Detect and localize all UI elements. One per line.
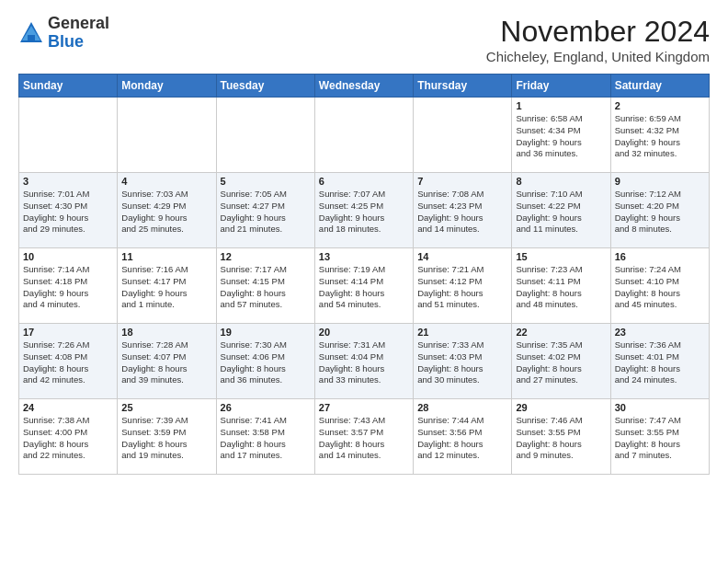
table-row: 27Sunrise: 7:43 AM Sunset: 3:57 PM Dayli… bbox=[314, 399, 413, 475]
day-info: Sunrise: 7:03 AM Sunset: 4:29 PM Dayligh… bbox=[121, 189, 211, 236]
day-number: 13 bbox=[319, 251, 409, 262]
calendar-header: Sunday Monday Tuesday Wednesday Thursday… bbox=[19, 75, 710, 98]
day-info: Sunrise: 7:36 AM Sunset: 4:01 PM Dayligh… bbox=[615, 339, 705, 386]
table-row: 24Sunrise: 7:38 AM Sunset: 4:00 PM Dayli… bbox=[19, 399, 118, 475]
table-row: 11Sunrise: 7:16 AM Sunset: 4:17 PM Dayli… bbox=[118, 248, 216, 324]
logo-blue: Blue bbox=[48, 32, 84, 51]
logo-icon bbox=[18, 20, 44, 46]
col-wednesday: Wednesday bbox=[314, 75, 413, 98]
calendar-week-1: 1Sunrise: 6:58 AM Sunset: 4:34 PM Daylig… bbox=[19, 98, 710, 173]
table-row bbox=[19, 98, 118, 173]
table-row: 19Sunrise: 7:30 AM Sunset: 4:06 PM Dayli… bbox=[216, 324, 314, 399]
day-number: 21 bbox=[417, 327, 507, 338]
calendar-week-2: 3Sunrise: 7:01 AM Sunset: 4:30 PM Daylig… bbox=[19, 173, 710, 248]
day-number: 4 bbox=[121, 176, 211, 187]
svg-rect-2 bbox=[28, 35, 35, 40]
day-number: 7 bbox=[417, 176, 507, 187]
table-row: 22Sunrise: 7:35 AM Sunset: 4:02 PM Dayli… bbox=[512, 324, 610, 399]
day-info: Sunrise: 6:58 AM Sunset: 4:34 PM Dayligh… bbox=[516, 113, 606, 160]
day-info: Sunrise: 6:59 AM Sunset: 4:32 PM Dayligh… bbox=[615, 113, 705, 160]
day-info: Sunrise: 7:26 AM Sunset: 4:08 PM Dayligh… bbox=[23, 339, 113, 386]
day-number: 18 bbox=[121, 327, 211, 338]
table-row: 14Sunrise: 7:21 AM Sunset: 4:12 PM Dayli… bbox=[414, 248, 512, 324]
table-row: 26Sunrise: 7:41 AM Sunset: 3:58 PM Dayli… bbox=[216, 399, 314, 475]
day-info: Sunrise: 7:43 AM Sunset: 3:57 PM Dayligh… bbox=[319, 415, 409, 462]
table-row: 9Sunrise: 7:12 AM Sunset: 4:20 PM Daylig… bbox=[610, 173, 709, 248]
day-number: 15 bbox=[516, 251, 606, 262]
day-number: 30 bbox=[615, 402, 705, 413]
table-row: 13Sunrise: 7:19 AM Sunset: 4:14 PM Dayli… bbox=[314, 248, 413, 324]
day-number: 16 bbox=[615, 251, 705, 262]
table-row: 16Sunrise: 7:24 AM Sunset: 4:10 PM Dayli… bbox=[610, 248, 709, 324]
day-info: Sunrise: 7:44 AM Sunset: 3:56 PM Dayligh… bbox=[417, 415, 507, 462]
day-info: Sunrise: 7:01 AM Sunset: 4:30 PM Dayligh… bbox=[23, 189, 113, 236]
logo: General Blue bbox=[18, 15, 109, 52]
day-number: 26 bbox=[221, 402, 311, 413]
calendar-table: Sunday Monday Tuesday Wednesday Thursday… bbox=[18, 74, 710, 475]
table-row bbox=[414, 98, 512, 173]
day-number: 23 bbox=[615, 327, 705, 338]
table-row: 12Sunrise: 7:17 AM Sunset: 4:15 PM Dayli… bbox=[216, 248, 314, 324]
table-row: 29Sunrise: 7:46 AM Sunset: 3:55 PM Dayli… bbox=[512, 399, 610, 475]
calendar-week-3: 10Sunrise: 7:14 AM Sunset: 4:18 PM Dayli… bbox=[19, 248, 710, 324]
table-row: 23Sunrise: 7:36 AM Sunset: 4:01 PM Dayli… bbox=[610, 324, 709, 399]
col-sunday: Sunday bbox=[19, 75, 118, 98]
day-info: Sunrise: 7:24 AM Sunset: 4:10 PM Dayligh… bbox=[615, 264, 705, 311]
day-number: 9 bbox=[615, 176, 705, 187]
table-row: 6Sunrise: 7:07 AM Sunset: 4:25 PM Daylig… bbox=[314, 173, 413, 248]
day-number: 3 bbox=[23, 176, 113, 187]
day-number: 8 bbox=[516, 176, 606, 187]
day-info: Sunrise: 7:10 AM Sunset: 4:22 PM Dayligh… bbox=[516, 189, 606, 236]
calendar-page: General Blue November 2024 Chicheley, En… bbox=[0, 0, 728, 563]
table-row: 20Sunrise: 7:31 AM Sunset: 4:04 PM Dayli… bbox=[314, 324, 413, 399]
day-number: 10 bbox=[23, 251, 113, 262]
col-monday: Monday bbox=[118, 75, 216, 98]
day-info: Sunrise: 7:33 AM Sunset: 4:03 PM Dayligh… bbox=[417, 339, 507, 386]
title-section: November 2024 Chicheley, England, United… bbox=[486, 15, 710, 64]
table-row: 30Sunrise: 7:47 AM Sunset: 3:55 PM Dayli… bbox=[610, 399, 709, 475]
table-row: 3Sunrise: 7:01 AM Sunset: 4:30 PM Daylig… bbox=[19, 173, 118, 248]
day-info: Sunrise: 7:46 AM Sunset: 3:55 PM Dayligh… bbox=[516, 415, 606, 462]
col-saturday: Saturday bbox=[610, 75, 709, 98]
calendar-week-5: 24Sunrise: 7:38 AM Sunset: 4:00 PM Dayli… bbox=[19, 399, 710, 475]
col-tuesday: Tuesday bbox=[216, 75, 314, 98]
day-number: 12 bbox=[221, 251, 311, 262]
day-number: 24 bbox=[23, 402, 113, 413]
month-title: November 2024 bbox=[486, 15, 710, 49]
table-row: 18Sunrise: 7:28 AM Sunset: 4:07 PM Dayli… bbox=[118, 324, 216, 399]
table-row: 2Sunrise: 6:59 AM Sunset: 4:32 PM Daylig… bbox=[610, 98, 709, 173]
col-thursday: Thursday bbox=[414, 75, 512, 98]
day-info: Sunrise: 7:41 AM Sunset: 3:58 PM Dayligh… bbox=[221, 415, 311, 462]
day-number: 25 bbox=[121, 402, 211, 413]
table-row: 25Sunrise: 7:39 AM Sunset: 3:59 PM Dayli… bbox=[118, 399, 216, 475]
logo-general: General bbox=[48, 14, 109, 32]
col-friday: Friday bbox=[512, 75, 610, 98]
day-number: 5 bbox=[221, 176, 311, 187]
day-info: Sunrise: 7:23 AM Sunset: 4:11 PM Dayligh… bbox=[516, 264, 606, 311]
day-number: 1 bbox=[516, 100, 606, 111]
day-number: 6 bbox=[319, 176, 409, 187]
calendar-week-4: 17Sunrise: 7:26 AM Sunset: 4:08 PM Dayli… bbox=[19, 324, 710, 399]
day-info: Sunrise: 7:16 AM Sunset: 4:17 PM Dayligh… bbox=[121, 264, 211, 311]
header: General Blue November 2024 Chicheley, En… bbox=[18, 15, 710, 64]
calendar-body: 1Sunrise: 6:58 AM Sunset: 4:34 PM Daylig… bbox=[19, 98, 710, 475]
day-number: 29 bbox=[516, 402, 606, 413]
day-info: Sunrise: 7:07 AM Sunset: 4:25 PM Dayligh… bbox=[319, 189, 409, 236]
day-info: Sunrise: 7:12 AM Sunset: 4:20 PM Dayligh… bbox=[615, 189, 705, 236]
table-row bbox=[118, 98, 216, 173]
table-row: 5Sunrise: 7:05 AM Sunset: 4:27 PM Daylig… bbox=[216, 173, 314, 248]
day-number: 19 bbox=[221, 327, 311, 338]
day-number: 27 bbox=[319, 402, 409, 413]
table-row: 17Sunrise: 7:26 AM Sunset: 4:08 PM Dayli… bbox=[19, 324, 118, 399]
day-info: Sunrise: 7:17 AM Sunset: 4:15 PM Dayligh… bbox=[221, 264, 311, 311]
table-row bbox=[314, 98, 413, 173]
day-info: Sunrise: 7:47 AM Sunset: 3:55 PM Dayligh… bbox=[615, 415, 705, 462]
day-number: 17 bbox=[23, 327, 113, 338]
day-info: Sunrise: 7:05 AM Sunset: 4:27 PM Dayligh… bbox=[221, 189, 311, 236]
day-info: Sunrise: 7:14 AM Sunset: 4:18 PM Dayligh… bbox=[23, 264, 113, 311]
table-row: 28Sunrise: 7:44 AM Sunset: 3:56 PM Dayli… bbox=[414, 399, 512, 475]
table-row bbox=[216, 98, 314, 173]
day-info: Sunrise: 7:38 AM Sunset: 4:00 PM Dayligh… bbox=[23, 415, 113, 462]
day-number: 22 bbox=[516, 327, 606, 338]
day-info: Sunrise: 7:28 AM Sunset: 4:07 PM Dayligh… bbox=[121, 339, 211, 386]
